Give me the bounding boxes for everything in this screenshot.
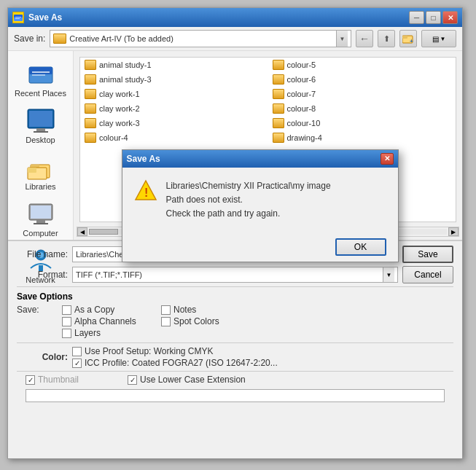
dialog-overlay: Save As ✕ ! Libraries\Chemistry XII Prac… (0, 0, 476, 470)
dialog-path: Libraries\Chemistry XII Practical\my ima… (166, 181, 331, 191)
ok-button[interactable]: OK (335, 238, 386, 256)
dialog-error: Path does not exist. (166, 195, 243, 205)
dialog-footer: OK (122, 232, 398, 262)
warning-icon: ! (134, 179, 157, 203)
svg-text:!: ! (144, 187, 148, 199)
dialog-close-button[interactable]: ✕ (381, 153, 394, 165)
dialog-title-bar: Save As ✕ (122, 150, 398, 168)
dialog-instruction: Check the path and try again. (166, 208, 281, 219)
dialog-body: ! Libraries\Chemistry XII Practical\my i… (122, 168, 398, 233)
dialog-message: Libraries\Chemistry XII Practical\my ima… (166, 179, 331, 222)
error-dialog: Save As ✕ ! Libraries\Chemistry XII Prac… (122, 149, 399, 263)
dialog-title: Save As (127, 154, 381, 164)
